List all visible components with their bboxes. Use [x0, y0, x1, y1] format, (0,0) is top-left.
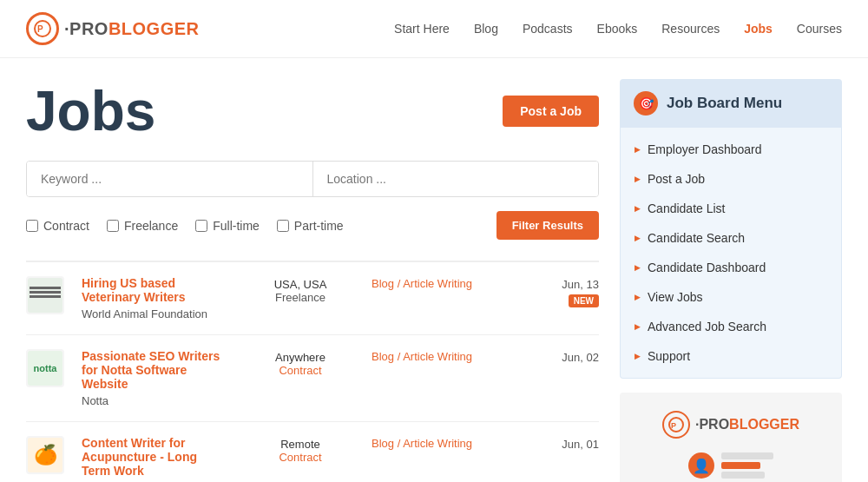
promo-blocks	[721, 452, 773, 479]
nav-courses[interactable]: Courses	[797, 22, 842, 36]
date-text: Jun, 01	[521, 438, 599, 451]
job-info: Hiring US based Veterinary Writers World…	[82, 276, 229, 320]
filter-results-button[interactable]: Filter Results	[496, 211, 599, 240]
svg-rect-3	[30, 291, 61, 294]
category-link[interactable]: Blog / Article Writing	[372, 350, 472, 363]
filter-fulltime-checkbox[interactable]	[195, 220, 207, 232]
filter-row: Contract Freelance Full-time Part-time F…	[26, 211, 599, 240]
nav-start-here[interactable]: Start Here	[394, 22, 450, 36]
sidebar-item-advanced-job-search[interactable]: Advanced Job Search	[621, 312, 841, 341]
sidebar: 🎯 Job Board Menu Employer Dashboard Post…	[620, 79, 842, 482]
search-bar	[26, 161, 599, 197]
job-date: Jun, 02	[521, 349, 599, 364]
svg-rect-2	[30, 287, 61, 289]
nav-resources[interactable]: Resources	[661, 22, 720, 36]
promo-avatar: 👤	[688, 452, 714, 479]
sidebar-menu-header: 🎯 Job Board Menu	[620, 79, 842, 128]
table-row: 🍊 Content Writer for Acupuncture - Long …	[26, 422, 599, 482]
location-name: Remote	[240, 438, 361, 451]
job-logo	[26, 276, 64, 314]
nav-ebooks[interactable]: Ebooks	[597, 22, 638, 36]
svg-text:P: P	[37, 24, 43, 34]
sidebar-item-candidate-search[interactable]: Candidate Search	[621, 223, 841, 253]
job-date: Jun, 13 NEW	[521, 276, 599, 307]
new-badge: NEW	[569, 294, 599, 307]
job-location: Anywhere Contract	[240, 349, 361, 377]
job-info: Passionate SEO Writers for Notta Softwar…	[82, 349, 229, 407]
filter-freelance-label[interactable]: Freelance	[107, 219, 178, 233]
promo-logo-icon: P	[662, 411, 690, 439]
date-text: Jun, 02	[521, 351, 599, 364]
page-title: Jobs	[26, 79, 155, 143]
keyword-input[interactable]	[27, 162, 313, 196]
sidebar-item-support[interactable]: Support	[621, 341, 841, 371]
filter-parttime-label[interactable]: Part-time	[277, 219, 344, 233]
job-title-link[interactable]: Content Writer for Acupuncture - Long Te…	[82, 436, 197, 478]
location-type: Freelance	[240, 291, 361, 304]
job-title-link[interactable]: Hiring US based Veterinary Writers	[82, 276, 186, 304]
sidebar-promo: P ·PROBLOGGER 👤	[620, 393, 842, 482]
sidebar-item-view-jobs[interactable]: View Jobs	[621, 282, 841, 312]
job-location: USA, USA Freelance	[240, 276, 361, 304]
filter-freelance-checkbox[interactable]	[107, 220, 119, 232]
location-type: Contract	[240, 451, 361, 464]
job-title-link[interactable]: Passionate SEO Writers for Notta Softwar…	[82, 349, 220, 391]
location-input[interactable]	[313, 162, 599, 196]
page-title-row: Jobs Post a Job	[26, 79, 599, 143]
category-link[interactable]: Blog / Article Writing	[372, 437, 472, 450]
logo[interactable]: P ·PROBLOGGER	[26, 12, 200, 45]
location-name: Anywhere	[240, 351, 361, 364]
job-category: Blog / Article Writing	[372, 276, 510, 290]
table-row: Hiring US based Veterinary Writers World…	[26, 262, 599, 335]
filter-parttime-checkbox[interactable]	[277, 220, 289, 232]
sidebar-menu: Employer Dashboard Post a Job Candidate …	[620, 128, 842, 379]
job-location: Remote Contract	[240, 436, 361, 464]
main-nav: Start Here Blog Podcasts Ebooks Resource…	[394, 22, 842, 36]
promo-logo-text: ·PROBLOGGER	[695, 417, 799, 432]
site-header: P ·PROBLOGGER Start Here Blog Podcasts E…	[0, 0, 868, 58]
job-logo: notta	[26, 349, 64, 387]
job-date: Jun, 01	[521, 436, 599, 451]
logo-icon: P	[26, 12, 59, 45]
filter-fulltime-label[interactable]: Full-time	[195, 219, 260, 233]
job-company: Notta	[82, 394, 229, 407]
nav-podcasts[interactable]: Podcasts	[523, 22, 573, 36]
category-link[interactable]: Blog / Article Writing	[372, 277, 472, 290]
location-name: USA, USA	[240, 278, 361, 291]
filter-contract-label[interactable]: Contract	[26, 219, 89, 233]
job-list: Hiring US based Veterinary Writers World…	[26, 261, 599, 482]
date-text: Jun, 13	[521, 278, 599, 291]
main-container: Jobs Post a Job Contract Freelance Full-…	[0, 58, 868, 482]
sidebar-item-candidate-list[interactable]: Candidate List	[621, 194, 841, 223]
svg-rect-4	[30, 295, 61, 298]
job-logo: 🍊	[26, 436, 64, 474]
filter-contract-checkbox[interactable]	[26, 220, 38, 232]
promo-figure-area: 👤	[688, 452, 773, 479]
menu-icon: 🎯	[634, 91, 658, 116]
job-company: World Animal Foundation	[82, 307, 229, 320]
logo-text: ·PROBLOGGER	[64, 19, 200, 39]
table-row: notta Passionate SEO Writers for Notta S…	[26, 335, 599, 422]
job-info: Content Writer for Acupuncture - Long Te…	[82, 436, 229, 482]
svg-text:P: P	[671, 421, 676, 430]
post-job-button[interactable]: Post a Job	[503, 96, 599, 127]
content-area: Jobs Post a Job Contract Freelance Full-…	[26, 79, 599, 482]
sidebar-menu-title: Job Board Menu	[667, 95, 782, 112]
job-category: Blog / Article Writing	[372, 436, 510, 450]
nav-blog[interactable]: Blog	[474, 22, 498, 36]
location-type: Contract	[240, 364, 361, 377]
job-category: Blog / Article Writing	[372, 349, 510, 363]
promo-logo: P ·PROBLOGGER	[662, 411, 799, 439]
nav-jobs[interactable]: Jobs	[744, 22, 773, 36]
sidebar-item-employer-dashboard[interactable]: Employer Dashboard	[621, 135, 841, 164]
sidebar-item-post-job[interactable]: Post a Job	[621, 164, 841, 194]
sidebar-item-candidate-dashboard[interactable]: Candidate Dashboard	[621, 253, 841, 282]
promo-inner: P ·PROBLOGGER 👤	[662, 411, 799, 479]
